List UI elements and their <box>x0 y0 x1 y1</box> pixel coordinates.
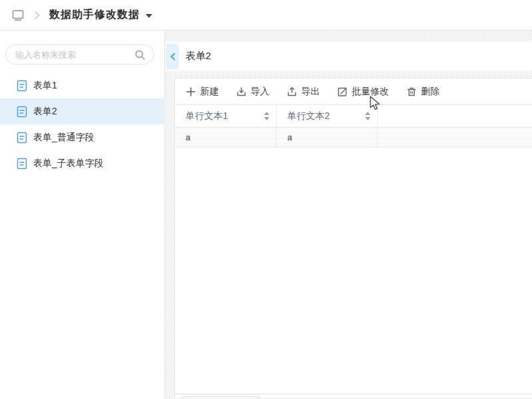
export-icon <box>287 86 297 97</box>
cell-text2[interactable]: a <box>277 128 378 147</box>
top-bar: 数据助手修改数据 <box>0 0 532 31</box>
document-icon <box>17 158 27 170</box>
sidebar-item-form-subform-fields[interactable]: 表单_子表单字段 <box>0 150 165 176</box>
chevron-right-icon <box>33 11 41 20</box>
sidebar-item-label: 表单_普通字段 <box>33 132 94 144</box>
button-label: 新建 <box>200 86 219 98</box>
trash-icon <box>406 86 417 97</box>
search-input[interactable] <box>15 50 134 60</box>
caret-down-icon[interactable] <box>146 14 152 18</box>
form-title: 表单2 <box>186 50 211 63</box>
app-title[interactable]: 数据助手修改数据 <box>49 8 140 22</box>
table-empty-area <box>175 148 532 394</box>
column-label: 单行文本1 <box>186 110 228 122</box>
content-area: 表单1 表单2 <box>0 31 532 399</box>
search-box <box>5 45 154 65</box>
back-button[interactable] <box>166 44 179 69</box>
page-size-select[interactable] <box>182 396 260 398</box>
chevron-left-icon <box>169 52 177 61</box>
document-icon <box>17 80 27 92</box>
button-label: 导出 <box>301 86 320 98</box>
cell-empty[interactable] <box>378 128 532 147</box>
delete-button[interactable]: 删除 <box>406 86 440 98</box>
table-row[interactable]: a a <box>175 128 532 148</box>
sidebar-item-form-normal-fields[interactable]: 表单_普通字段 <box>0 124 165 150</box>
button-label: 导入 <box>251 86 269 98</box>
column-header-text2[interactable]: 单行文本2 <box>277 105 378 127</box>
plus-icon <box>186 86 196 97</box>
import-button[interactable]: 导入 <box>236 86 269 98</box>
sort-icon[interactable] <box>264 112 269 120</box>
import-icon <box>236 86 247 97</box>
monitor-icon[interactable] <box>11 8 25 23</box>
cell-text1[interactable]: a <box>175 128 277 147</box>
button-label: 批量修改 <box>352 86 389 98</box>
pagination-bar <box>175 394 532 398</box>
button-label: 删除 <box>421 86 440 98</box>
data-panel: 新建 导入 <box>174 78 532 399</box>
batch-edit-button[interactable]: 批量修改 <box>337 86 389 98</box>
form-list: 表单1 表单2 <box>0 72 165 176</box>
sidebar: 表单1 表单2 <box>0 31 165 399</box>
new-button[interactable]: 新建 <box>186 86 219 98</box>
form-header-bar: 表单2 <box>166 41 532 71</box>
search-icon[interactable] <box>134 49 146 61</box>
table-toolbar: 新建 导入 <box>175 78 532 105</box>
sidebar-item-form1[interactable]: 表单1 <box>0 72 165 98</box>
column-header-empty <box>378 105 532 127</box>
sort-icon[interactable] <box>365 112 370 120</box>
sidebar-item-label: 表单2 <box>33 106 57 118</box>
sidebar-item-label: 表单_子表单字段 <box>33 158 104 170</box>
table-header: 单行文本1 单行文本2 <box>175 105 532 128</box>
sidebar-item-label: 表单1 <box>33 80 57 92</box>
edit-icon <box>337 86 348 97</box>
column-label: 单行文本2 <box>287 110 330 122</box>
export-button[interactable]: 导出 <box>287 86 320 98</box>
document-icon <box>17 106 27 118</box>
sidebar-item-form2[interactable]: 表单2 <box>0 98 165 124</box>
document-icon <box>17 132 27 144</box>
column-header-text1[interactable]: 单行文本1 <box>175 105 277 127</box>
